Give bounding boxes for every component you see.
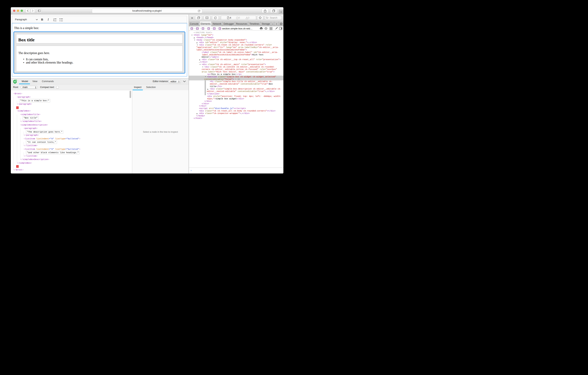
- svg-text:5: 5: [16, 80, 17, 81]
- svg-text:2: 2: [53, 20, 54, 21]
